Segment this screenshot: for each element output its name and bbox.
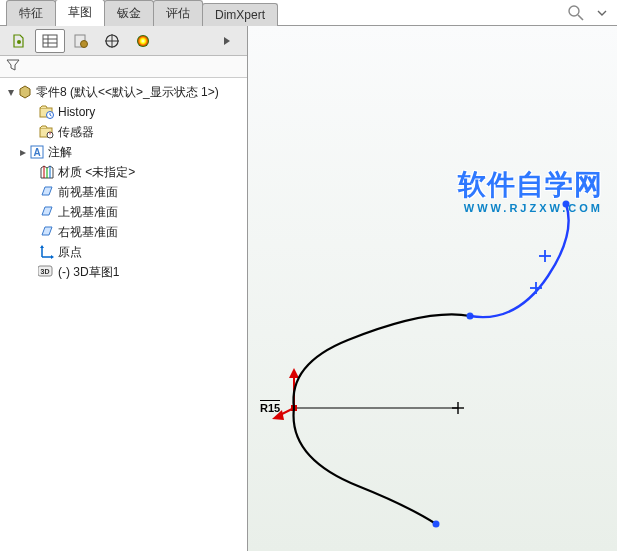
property-tab[interactable] [35,29,65,53]
tree-item-label: 材质 <未指定> [58,164,135,181]
sensor-folder-icon [38,124,56,140]
svg-marker-32 [289,368,299,378]
svg-text:3D: 3D [41,268,50,275]
annotation-icon: A [28,144,46,160]
tree-root-node[interactable]: ▾ 零件8 (默认<<默认>_显示状态 1>) [6,82,247,102]
part-icon [16,84,34,100]
graphics-viewport[interactable]: 软件自学网 WWW.RJZXW.COM [248,26,617,551]
tab-dimxpert[interactable]: DimXpert [202,3,278,26]
sketch-canvas [248,26,617,551]
expand-panel-button[interactable] [212,29,242,53]
tree-item-3dsketch[interactable]: 3D (-) 3D草图1 [6,262,247,282]
filter-icon [6,58,20,75]
tree-item-top-plane[interactable]: 上视基准面 [6,202,247,222]
sketch3d-icon: 3D [38,264,56,280]
svg-line-1 [578,15,583,20]
tree-item-label: 传感器 [58,124,94,141]
tree-item-annotations[interactable]: ▸ A 注解 [6,142,247,162]
curve-active-blue[interactable] [470,204,569,317]
panel-tab-strip [0,26,247,56]
material-icon [38,164,56,180]
tab-sketch[interactable]: 草图 [55,0,105,26]
curve-endpoint-upper[interactable] [563,201,570,208]
tree-item-label: 原点 [58,244,82,261]
svg-point-0 [569,6,579,16]
feature-tree: ▾ 零件8 (默认<<默认>_显示状态 1>) History [0,78,247,551]
tree-item-history[interactable]: History [6,102,247,122]
plane-icon [38,224,56,240]
search-icon[interactable] [567,4,585,25]
tree-item-right-plane[interactable]: 右视基准面 [6,222,247,242]
plane-icon [38,204,56,220]
header-right-tools [567,4,609,25]
svg-point-8 [81,40,88,47]
tree-filter-row[interactable] [0,56,247,78]
tree-item-label: History [58,105,95,119]
svg-point-2 [17,40,21,44]
tree-item-label: 上视基准面 [58,204,118,221]
tree-item-sensors[interactable]: 传感器 [6,122,247,142]
axis-endpoint-marker [452,402,464,414]
tab-sheetmetal[interactable]: 钣金 [104,0,154,26]
svg-point-12 [137,35,149,47]
tab-feature[interactable]: 特征 [6,0,56,26]
expand-caret-icon[interactable]: ▸ [18,145,28,159]
tree-item-label: 注解 [48,144,72,161]
svg-marker-25 [40,245,44,248]
command-tab-bar: 特征 草图 钣金 评估 DimXpert [0,0,617,26]
tree-item-origin[interactable]: 原点 [6,242,247,262]
appearance-tab[interactable] [128,29,158,53]
display-tab[interactable] [97,29,127,53]
tree-item-label: 前视基准面 [58,184,118,201]
control-point-marker[interactable] [539,250,551,262]
tree-root-label: 零件8 (默认<<默认>_显示状态 1>) [36,84,219,101]
svg-rect-3 [43,35,57,47]
tree-item-material[interactable]: 材质 <未指定> [6,162,247,182]
control-point-marker[interactable] [530,282,542,294]
curve-upper-black[interactable] [293,314,470,408]
dropdown-arrow-icon[interactable] [595,4,609,25]
svg-text:A: A [33,147,40,158]
tab-evaluate[interactable]: 评估 [153,0,203,26]
plane-icon [38,184,56,200]
curve-lower[interactable] [294,408,436,524]
tree-item-front-plane[interactable]: 前视基准面 [6,182,247,202]
tree-item-label: (-) 3D草图1 [58,264,119,281]
curve-endpoint-lower[interactable] [433,521,440,528]
dimension-label[interactable]: R15 [260,400,280,414]
tree-item-label: 右视基准面 [58,224,118,241]
history-folder-icon [38,104,56,120]
feature-manager-pane: ▾ 零件8 (默认<<默认>_显示状态 1>) History [0,26,248,551]
origin-icon [38,244,56,260]
collapse-caret-icon[interactable]: ▾ [6,85,16,99]
config-tab[interactable] [66,29,96,53]
svg-marker-26 [51,255,54,259]
feature-tree-tab[interactable] [4,29,34,53]
